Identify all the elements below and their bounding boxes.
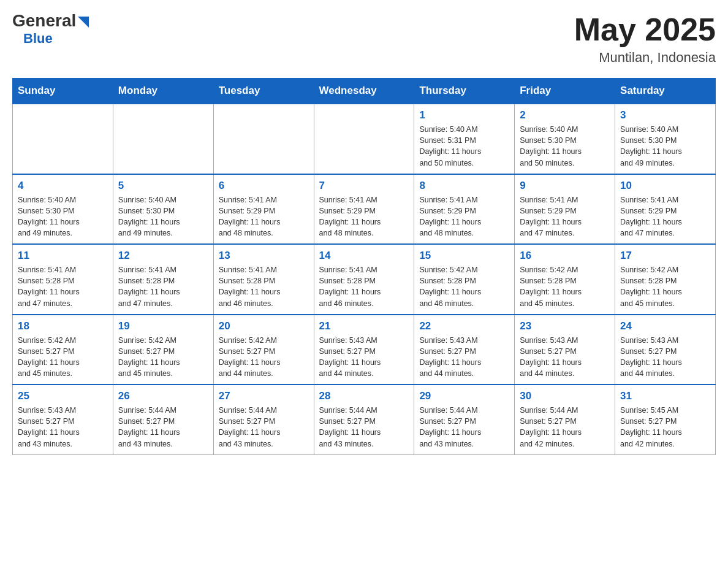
- day-number: 2: [520, 109, 610, 121]
- calendar-cell: 26Sunrise: 5:44 AMSunset: 5:27 PMDayligh…: [113, 385, 213, 454]
- day-info: Sunrise: 5:42 AMSunset: 5:27 PMDaylight:…: [219, 335, 309, 380]
- calendar-cell: 16Sunrise: 5:42 AMSunset: 5:28 PMDayligh…: [515, 244, 615, 315]
- day-info: Sunrise: 5:42 AMSunset: 5:28 PMDaylight:…: [419, 264, 509, 309]
- calendar-week-row-2: 4Sunrise: 5:40 AMSunset: 5:30 PMDaylight…: [13, 174, 716, 245]
- day-number: 18: [18, 320, 108, 332]
- day-number: 26: [118, 390, 208, 402]
- day-number: 13: [219, 250, 309, 262]
- calendar-cell: 19Sunrise: 5:42 AMSunset: 5:27 PMDayligh…: [113, 315, 213, 385]
- day-number: 30: [520, 390, 610, 402]
- day-info: Sunrise: 5:41 AMSunset: 5:28 PMDaylight:…: [18, 264, 108, 309]
- calendar-cell: [113, 104, 213, 174]
- day-number: 1: [419, 109, 509, 121]
- day-info: Sunrise: 5:44 AMSunset: 5:27 PMDaylight:…: [319, 405, 409, 450]
- day-number: 12: [118, 250, 208, 262]
- day-number: 24: [620, 320, 710, 332]
- calendar-cell: 9Sunrise: 5:41 AMSunset: 5:29 PMDaylight…: [515, 174, 615, 245]
- calendar-cell: 11Sunrise: 5:41 AMSunset: 5:28 PMDayligh…: [13, 244, 113, 315]
- header-tuesday: Tuesday: [213, 79, 314, 104]
- calendar-cell: 27Sunrise: 5:44 AMSunset: 5:27 PMDayligh…: [213, 385, 314, 454]
- calendar-cell: 6Sunrise: 5:41 AMSunset: 5:29 PMDaylight…: [213, 174, 314, 245]
- day-number: 16: [520, 250, 610, 262]
- day-number: 22: [419, 320, 509, 332]
- calendar-week-row-4: 18Sunrise: 5:42 AMSunset: 5:27 PMDayligh…: [13, 315, 716, 385]
- day-info: Sunrise: 5:44 AMSunset: 5:27 PMDaylight:…: [118, 405, 208, 450]
- day-info: Sunrise: 5:45 AMSunset: 5:27 PMDaylight:…: [620, 405, 710, 450]
- day-number: 23: [520, 320, 610, 332]
- calendar-cell: 14Sunrise: 5:41 AMSunset: 5:28 PMDayligh…: [314, 244, 414, 315]
- calendar-header-row: Sunday Monday Tuesday Wednesday Thursday…: [13, 79, 716, 104]
- svg-marker-0: [78, 17, 89, 28]
- day-number: 20: [219, 320, 309, 332]
- day-number: 4: [18, 180, 108, 192]
- logo: General Blue: [12, 12, 89, 47]
- calendar-cell: 22Sunrise: 5:43 AMSunset: 5:27 PMDayligh…: [414, 315, 515, 385]
- day-info: Sunrise: 5:41 AMSunset: 5:28 PMDaylight:…: [118, 264, 208, 309]
- page-header: General Blue May 2025 Muntilan, Indonesi…: [12, 12, 716, 66]
- header-friday: Friday: [515, 79, 615, 104]
- calendar-cell: 7Sunrise: 5:41 AMSunset: 5:29 PMDaylight…: [314, 174, 414, 245]
- calendar-cell: 3Sunrise: 5:40 AMSunset: 5:30 PMDaylight…: [615, 104, 716, 174]
- day-number: 10: [620, 180, 710, 192]
- logo-triangle-icon: [78, 13, 89, 31]
- calendar-cell: 18Sunrise: 5:42 AMSunset: 5:27 PMDayligh…: [13, 315, 113, 385]
- day-info: Sunrise: 5:41 AMSunset: 5:29 PMDaylight:…: [620, 194, 710, 239]
- calendar-cell: 25Sunrise: 5:43 AMSunset: 5:27 PMDayligh…: [13, 385, 113, 454]
- header-wednesday: Wednesday: [314, 79, 414, 104]
- header-saturday: Saturday: [615, 79, 716, 104]
- day-number: 19: [118, 320, 208, 332]
- calendar-week-row-3: 11Sunrise: 5:41 AMSunset: 5:28 PMDayligh…: [13, 244, 716, 315]
- day-info: Sunrise: 5:43 AMSunset: 5:27 PMDaylight:…: [620, 335, 710, 380]
- day-number: 21: [319, 320, 409, 332]
- day-info: Sunrise: 5:41 AMSunset: 5:28 PMDaylight:…: [319, 264, 409, 309]
- logo-blue-text: Blue: [23, 31, 53, 47]
- day-info: Sunrise: 5:40 AMSunset: 5:30 PMDaylight:…: [118, 194, 208, 239]
- calendar-cell: 5Sunrise: 5:40 AMSunset: 5:30 PMDaylight…: [113, 174, 213, 245]
- day-info: Sunrise: 5:41 AMSunset: 5:29 PMDaylight:…: [319, 194, 409, 239]
- day-info: Sunrise: 5:41 AMSunset: 5:29 PMDaylight:…: [520, 194, 610, 239]
- header-monday: Monday: [113, 79, 213, 104]
- day-info: Sunrise: 5:40 AMSunset: 5:31 PMDaylight:…: [419, 124, 509, 169]
- calendar-cell: 28Sunrise: 5:44 AMSunset: 5:27 PMDayligh…: [314, 385, 414, 454]
- calendar-cell: 13Sunrise: 5:41 AMSunset: 5:28 PMDayligh…: [213, 244, 314, 315]
- day-info: Sunrise: 5:40 AMSunset: 5:30 PMDaylight:…: [520, 124, 610, 169]
- day-number: 7: [319, 180, 409, 192]
- day-number: 9: [520, 180, 610, 192]
- calendar-cell: [13, 104, 113, 174]
- calendar-cell: 4Sunrise: 5:40 AMSunset: 5:30 PMDaylight…: [13, 174, 113, 245]
- day-info: Sunrise: 5:42 AMSunset: 5:27 PMDaylight:…: [118, 335, 208, 380]
- calendar-cell: 1Sunrise: 5:40 AMSunset: 5:31 PMDaylight…: [414, 104, 515, 174]
- day-info: Sunrise: 5:41 AMSunset: 5:29 PMDaylight:…: [219, 194, 309, 239]
- day-info: Sunrise: 5:44 AMSunset: 5:27 PMDaylight:…: [520, 405, 610, 450]
- calendar-week-row-5: 25Sunrise: 5:43 AMSunset: 5:27 PMDayligh…: [13, 385, 716, 454]
- calendar-cell: 24Sunrise: 5:43 AMSunset: 5:27 PMDayligh…: [615, 315, 716, 385]
- header-thursday: Thursday: [414, 79, 515, 104]
- calendar-cell: 10Sunrise: 5:41 AMSunset: 5:29 PMDayligh…: [615, 174, 716, 245]
- day-info: Sunrise: 5:44 AMSunset: 5:27 PMDaylight:…: [219, 405, 309, 450]
- calendar-cell: 20Sunrise: 5:42 AMSunset: 5:27 PMDayligh…: [213, 315, 314, 385]
- calendar-cell: 21Sunrise: 5:43 AMSunset: 5:27 PMDayligh…: [314, 315, 414, 385]
- day-number: 17: [620, 250, 710, 262]
- header-sunday: Sunday: [13, 79, 113, 104]
- day-number: 11: [18, 250, 108, 262]
- day-info: Sunrise: 5:42 AMSunset: 5:28 PMDaylight:…: [520, 264, 610, 309]
- calendar-cell: 31Sunrise: 5:45 AMSunset: 5:27 PMDayligh…: [615, 385, 716, 454]
- day-info: Sunrise: 5:41 AMSunset: 5:29 PMDaylight:…: [419, 194, 509, 239]
- day-number: 5: [118, 180, 208, 192]
- day-number: 8: [419, 180, 509, 192]
- day-number: 15: [419, 250, 509, 262]
- day-info: Sunrise: 5:40 AMSunset: 5:30 PMDaylight:…: [620, 124, 710, 169]
- calendar-cell: 30Sunrise: 5:44 AMSunset: 5:27 PMDayligh…: [515, 385, 615, 454]
- day-info: Sunrise: 5:43 AMSunset: 5:27 PMDaylight:…: [520, 335, 610, 380]
- day-number: 6: [219, 180, 309, 192]
- day-number: 25: [18, 390, 108, 402]
- day-info: Sunrise: 5:43 AMSunset: 5:27 PMDaylight:…: [319, 335, 409, 380]
- location-text: Muntilan, Indonesia: [574, 50, 716, 66]
- day-info: Sunrise: 5:42 AMSunset: 5:28 PMDaylight:…: [620, 264, 710, 309]
- day-number: 14: [319, 250, 409, 262]
- calendar-cell: 2Sunrise: 5:40 AMSunset: 5:30 PMDaylight…: [515, 104, 615, 174]
- calendar-table: Sunday Monday Tuesday Wednesday Thursday…: [12, 78, 716, 455]
- month-title: May 2025: [574, 12, 716, 47]
- calendar-cell: 8Sunrise: 5:41 AMSunset: 5:29 PMDaylight…: [414, 174, 515, 245]
- day-info: Sunrise: 5:43 AMSunset: 5:27 PMDaylight:…: [18, 405, 108, 450]
